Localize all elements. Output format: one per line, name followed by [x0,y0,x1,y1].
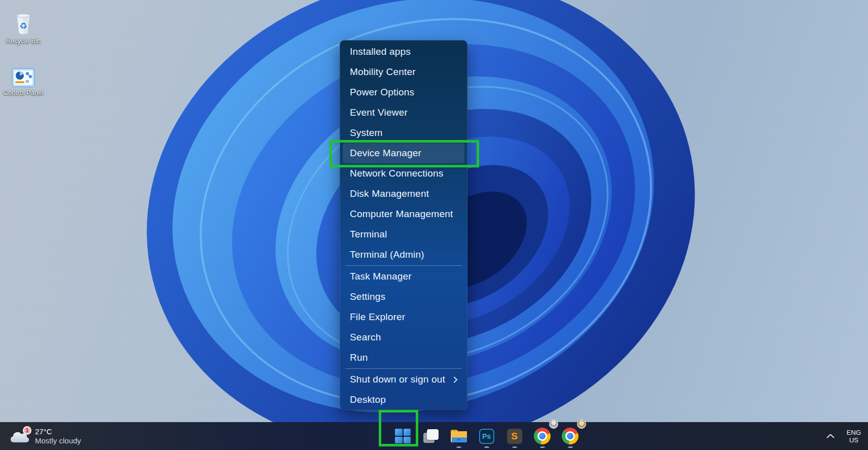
menu-item-desktop[interactable]: Desktop [343,390,464,410]
running-indicator [568,446,572,448]
chrome-icon [534,428,551,444]
menu-separator [345,265,462,266]
menu-item-device-manager[interactable]: Device Manager [343,143,464,163]
menu-separator [345,368,462,369]
menu-item-event-viewer[interactable]: Event Viewer [343,102,464,123]
chrome-profile-1-button[interactable] [528,422,556,450]
photoshop-icon: Ps [479,429,494,444]
desktop-icon-recycle-bin[interactable]: ♻ Recycle Bin [0,12,48,45]
menu-item-mobility-center[interactable]: Mobility Center [343,62,464,82]
submenu-chevron-icon [453,376,458,383]
desktop-icon-label: Control Panel [0,89,48,96]
task-view-icon [423,429,439,443]
language-code: ENG [847,429,861,436]
running-indicator [512,446,517,448]
weather-temperature: 27°C [35,427,81,436]
chrome-profile-avatar [549,420,558,429]
menu-item-file-explorer[interactable]: File Explorer [343,307,464,327]
chrome-profile-avatar [577,420,586,429]
menu-item-network-connections[interactable]: Network Connections [343,163,464,184]
desktop-icon-control-panel[interactable]: Control Panel [0,68,48,96]
windows-logo-icon [395,429,411,443]
weather-alert-badge: 1 [23,426,31,435]
menu-item-terminal[interactable]: Terminal [343,224,464,245]
menu-item-installed-apps[interactable]: Installed apps [343,42,464,62]
taskbar-app-icons: Ps S [389,422,584,450]
task-view-button[interactable] [417,422,445,450]
menu-item-disk-management[interactable]: Disk Management [343,184,464,204]
menu-item-task-manager[interactable]: Task Manager [343,266,464,287]
start-button[interactable] [389,422,417,450]
chrome-icon [562,428,578,444]
photoshop-button[interactable]: Ps [473,422,500,450]
taskbar: 1 27°C Mostly cloudy Ps [0,422,868,450]
file-explorer-button[interactable] [445,422,473,450]
weather-widget[interactable]: 1 27°C Mostly cloudy [5,422,85,450]
sublime-text-icon: S [507,429,522,444]
weather-condition: Mostly cloudy [35,436,81,445]
system-tray: ENG US [826,422,868,450]
language-region: US [847,436,861,444]
file-explorer-folder-icon [450,429,467,443]
menu-item-computer-management[interactable]: Computer Management [343,204,464,224]
running-indicator [456,446,461,448]
chrome-profile-2-button[interactable] [556,422,584,450]
running-indicator [484,446,489,448]
control-panel-icon [12,68,35,87]
desktop-icon-label: Recycle Bin [0,37,48,45]
menu-item-system[interactable]: System [343,123,464,143]
winx-menu: Installed apps Mobility Center Power Opt… [340,40,467,410]
menu-item-run[interactable]: Run [343,348,464,368]
menu-item-label: Shut down or sign out [350,374,445,385]
menu-item-power-options[interactable]: Power Options [343,82,464,102]
menu-item-settings[interactable]: Settings [343,287,464,307]
menu-item-terminal-admin[interactable]: Terminal (Admin) [343,245,464,265]
tray-chevron-up-icon[interactable] [826,434,835,438]
weather-cloud-icon: 1 [9,427,30,445]
language-switcher[interactable]: ENG US [847,429,861,444]
menu-item-shutdown-signout[interactable]: Shut down or sign out [343,369,464,390]
running-indicator [540,446,545,448]
svg-text:♻: ♻ [19,21,27,31]
menu-item-search[interactable]: Search [343,327,464,348]
recycle-bin-icon: ♻ [12,12,35,36]
sublime-text-button[interactable]: S [500,422,528,450]
